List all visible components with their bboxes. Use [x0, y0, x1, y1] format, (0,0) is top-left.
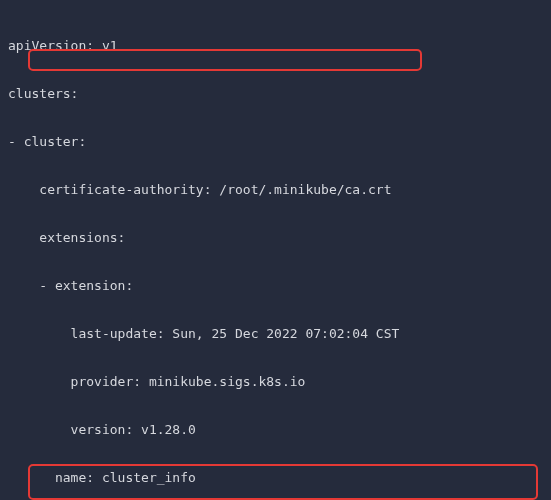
config-line: apiVersion: v1 [8, 38, 543, 54]
config-line: name: cluster_info [8, 470, 543, 486]
terminal-output: apiVersion: v1 clusters: - cluster: cert… [0, 0, 551, 500]
config-line: - cluster: [8, 134, 543, 150]
config-line: - extension: [8, 278, 543, 294]
config-line: version: v1.28.0 [8, 422, 543, 438]
config-line-cert-authority: certificate-authority: /root/.minikube/c… [8, 182, 543, 198]
config-line: clusters: [8, 86, 543, 102]
config-line: provider: minikube.sigs.k8s.io [8, 374, 543, 390]
config-line: extensions: [8, 230, 543, 246]
config-line: last-update: Sun, 25 Dec 2022 07:02:04 C… [8, 326, 543, 342]
